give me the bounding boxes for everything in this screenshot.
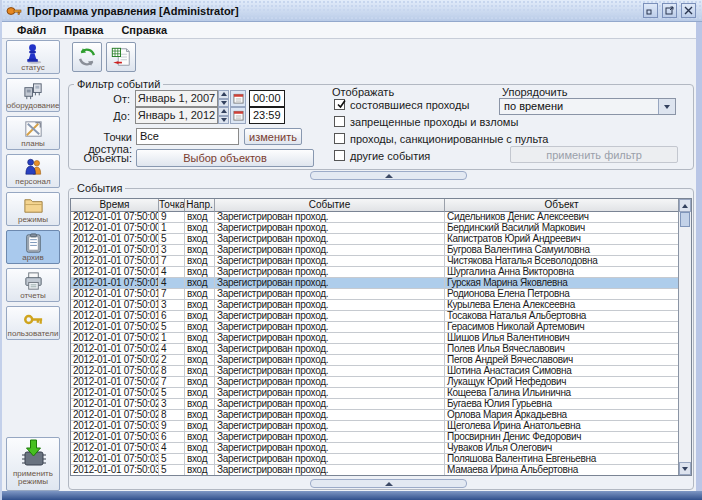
table-cell: вход	[185, 278, 215, 289]
maximize-button[interactable]	[662, 3, 677, 18]
checkbox-other-events[interactable]: другие события	[334, 149, 430, 162]
table-row[interactable]: 2012-01-01 07:50:036входЗарегистрирован …	[71, 432, 678, 443]
from-date-spinner[interactable]	[218, 90, 229, 107]
checkbox-icon[interactable]	[334, 116, 345, 127]
table-cell: вход	[185, 410, 215, 421]
checkbox-denied-passes[interactable]: запрещенные проходы и взломы	[334, 115, 518, 128]
table-row[interactable]: 2012-01-01 07:50:028входЗарегистрирован …	[71, 366, 678, 377]
checkbox-console-passes[interactable]: проходы, санкционированные с пульта	[334, 132, 548, 145]
table-row[interactable]: 2012-01-01 07:50:013входЗарегистрирован …	[71, 245, 678, 256]
apply-filter-button[interactable]: применить фильтр	[510, 146, 678, 163]
sidebar-item-users[interactable]: пользователи	[6, 306, 60, 340]
objects-label: Объекты:	[76, 152, 132, 164]
menu-help[interactable]: Справка	[112, 23, 176, 37]
title-bar[interactable]: Программа управления [Administrator]	[2, 0, 702, 22]
objects-select-button[interactable]: Выбор объектов	[136, 149, 314, 167]
to-date-field[interactable]: Январь 1, 2012	[135, 107, 218, 124]
sidebar-item-personnel[interactable]: персонал	[6, 154, 60, 188]
checkbox-icon[interactable]	[334, 133, 345, 144]
from-calendar-button[interactable]	[230, 90, 246, 107]
table-cell: 2012-01-01 07:50:02	[71, 366, 159, 377]
table-row[interactable]: 2012-01-01 07:50:021входЗарегистрирован …	[71, 333, 678, 344]
table-row[interactable]: 2012-01-01 07:50:035входЗарегистрирован …	[71, 454, 678, 465]
table-row[interactable]: 2012-01-01 07:50:022входЗарегистрирован …	[71, 355, 678, 366]
table-row[interactable]: 2012-01-01 07:50:027входЗарегистрирован …	[71, 377, 678, 388]
menu-edit[interactable]: Правка	[55, 23, 112, 37]
sidebar-item-plans[interactable]: планы	[6, 116, 60, 150]
to-calendar-button[interactable]	[230, 107, 246, 124]
sidebar-item-archive[interactable]: архив	[6, 230, 60, 264]
table-row[interactable]: 2012-01-01 07:50:017входЗарегистрирован …	[71, 289, 678, 300]
table-row[interactable]: 2012-01-01 07:50:017входЗарегистрирован …	[71, 256, 678, 267]
splitter-collapse-top[interactable]	[310, 171, 467, 180]
sidebar-item-status[interactable]: статус	[6, 40, 60, 74]
table-cell: 7	[159, 377, 185, 388]
sidebar-item-equipment[interactable]: оборудование	[6, 78, 60, 112]
apply-modes-button[interactable]: применить режимы	[6, 437, 60, 491]
close-button[interactable]	[681, 3, 696, 18]
table-cell: 2012-01-01 07:50:01	[71, 245, 159, 256]
to-date-spinner[interactable]	[218, 107, 229, 124]
order-combobox[interactable]: по времени	[499, 98, 676, 115]
column-header-time[interactable]: Время	[71, 199, 159, 212]
scroll-down-icon[interactable]	[679, 462, 691, 475]
table-row[interactable]: 2012-01-01 07:50:005входЗарегистрирован …	[71, 234, 678, 245]
table-row[interactable]: 2012-01-01 07:50:014входЗарегистрирован …	[71, 267, 678, 278]
table-row[interactable]: 2012-01-01 07:50:009входЗарегистрирован …	[71, 212, 678, 223]
change-button[interactable]: изменить	[244, 128, 302, 145]
splitter-collapse-bottom[interactable]	[310, 479, 467, 488]
column-header-point[interactable]: Точка	[159, 199, 185, 212]
table-cell: Зарегистрирован проход.	[215, 465, 445, 475]
table-row[interactable]: 2012-01-01 07:50:016входЗарегистрирован …	[71, 311, 678, 322]
spinner-down-icon[interactable]	[218, 116, 229, 125]
vertical-scrollbar[interactable]	[678, 199, 691, 475]
table-row[interactable]: 2012-01-01 07:50:025входЗарегистрирован …	[71, 388, 678, 399]
menu-file[interactable]: Файл	[8, 23, 55, 37]
scrollbar-thumb[interactable]	[680, 212, 690, 227]
spinner-up-icon[interactable]	[218, 107, 229, 116]
table-row[interactable]: 2012-01-01 07:50:001входЗарегистрирован …	[71, 223, 678, 234]
table-cell: 1	[159, 333, 185, 344]
column-header-object[interactable]: Объект	[445, 199, 678, 212]
table-row[interactable]: 2012-01-01 07:50:024входЗарегистрирован …	[71, 344, 678, 355]
table-row[interactable]: 2012-01-01 07:50:035входЗарегистрирован …	[71, 465, 678, 475]
spinner-down-icon[interactable]	[218, 99, 229, 108]
table-cell: 2012-01-01 07:50:02	[71, 333, 159, 344]
table-cell: 2012-01-01 07:50:00	[71, 234, 159, 245]
table-cell: Зарегистрирован проход.	[215, 410, 445, 421]
refresh-button[interactable]	[72, 42, 102, 72]
table-cell: 7	[159, 256, 185, 267]
sidebar-item-modes[interactable]: режимы	[6, 192, 60, 226]
checkbox-completed-passes[interactable]: состоявшиеся проходы	[334, 98, 469, 111]
column-header-event[interactable]: Событие	[215, 199, 445, 212]
table-row[interactable]: 2012-01-01 07:50:023входЗарегистрирован …	[71, 399, 678, 410]
table-row[interactable]: 2012-01-01 07:50:013входЗарегистрирован …	[71, 300, 678, 311]
table-row[interactable]: 2012-01-01 07:50:028входЗарегистрирован …	[71, 410, 678, 421]
checkbox-icon[interactable]	[334, 150, 345, 161]
drafting-icon	[22, 118, 45, 141]
access-points-field[interactable]: Все	[136, 128, 239, 145]
window-frame-bottom	[2, 491, 702, 500]
table-cell: вход	[185, 399, 215, 410]
table-cell: Шотина Анастасия Симовна	[445, 366, 678, 377]
sidebar-item-reports[interactable]: отчеты	[6, 268, 60, 302]
scroll-up-icon[interactable]	[679, 199, 691, 212]
people-icon	[22, 156, 45, 179]
spinner-up-icon[interactable]	[218, 90, 229, 99]
from-date-field[interactable]: Январь 1, 2007	[135, 90, 218, 107]
table-row[interactable]: 2012-01-01 07:50:039входЗарегистрирован …	[71, 421, 678, 432]
from-time-field[interactable]: 00:00	[249, 90, 285, 107]
checkbox-icon[interactable]	[334, 99, 345, 110]
table-row[interactable]: 2012-01-01 07:50:025входЗарегистрирован …	[71, 322, 678, 333]
export-report-button[interactable]	[106, 42, 136, 72]
table-cell: 8	[159, 410, 185, 421]
column-header-direction[interactable]: Напр.	[185, 199, 215, 212]
table-row[interactable]: 2012-01-01 07:50:034входЗарегистрирован …	[71, 443, 678, 454]
to-time-field[interactable]: 23:59	[249, 107, 285, 124]
table-cell: Пегов Андрей Вячеславович	[445, 355, 678, 366]
minimize-button[interactable]	[643, 3, 658, 18]
pawn-icon	[22, 42, 45, 65]
table-cell: 2012-01-01 07:50:02	[71, 388, 159, 399]
chevron-down-icon[interactable]	[658, 99, 675, 114]
table-row[interactable]: 2012-01-01 07:50:014входЗарегистрирован …	[71, 278, 678, 289]
